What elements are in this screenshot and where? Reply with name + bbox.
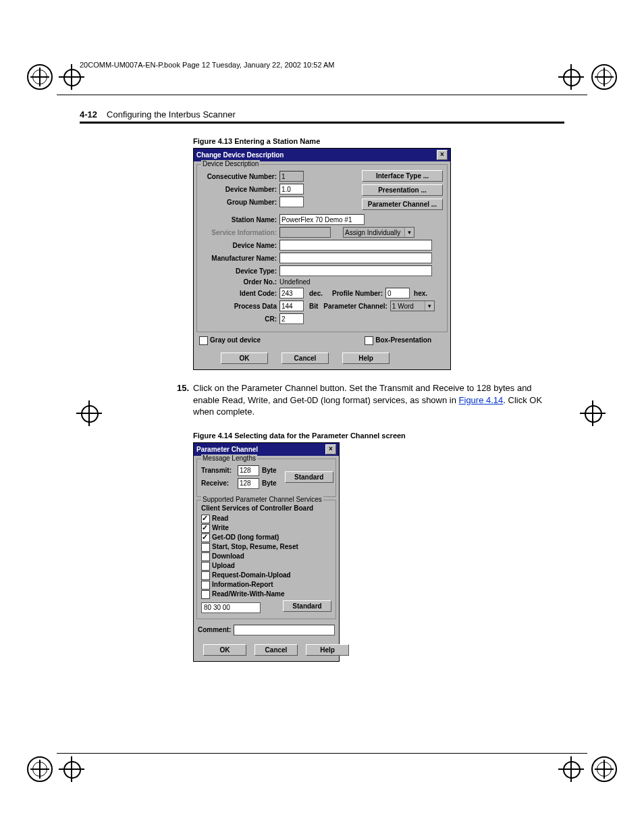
- crop-target-bl: [62, 760, 82, 780]
- station-name-label: Station Name:: [201, 216, 277, 224]
- section-header: 4-12 Configuring the Interbus Scanner: [80, 109, 564, 124]
- ident-unit: dec.: [309, 290, 323, 297]
- crop-circle-bl: [27, 756, 53, 782]
- cr-input[interactable]: 2: [279, 313, 304, 324]
- byte-label: Byte: [262, 479, 277, 487]
- consecutive-input[interactable]: 1: [279, 171, 304, 182]
- service-info-label: Service Information:: [201, 229, 277, 236]
- station-name-input[interactable]: PowerFlex 70 Demo #1: [279, 214, 365, 225]
- service-info-input[interactable]: [279, 227, 331, 238]
- dialog2-title: Parameter Channel: [196, 446, 258, 453]
- parameter-channel-dialog: Parameter Channel × Message Lengths Tran…: [193, 442, 340, 662]
- consecutive-label: Consecutive Number:: [201, 173, 277, 180]
- crop-line-bottom: [57, 753, 587, 754]
- box-presentation-checkbox[interactable]: Box-Presentation: [365, 336, 431, 345]
- dialog-title: Change Device Description: [196, 151, 284, 159]
- manufacturer-name-input[interactable]: [279, 253, 432, 263]
- section-number: 4-12: [80, 109, 97, 120]
- manufacturer-name-label: Manufacturer Name:: [201, 255, 277, 262]
- ok-button[interactable]: OK: [221, 353, 268, 364]
- process-data-unit: Bit: [309, 303, 318, 310]
- help-button[interactable]: Help: [306, 644, 349, 656]
- chevron-down-icon: ▼: [425, 301, 434, 311]
- groupbox-label: Device Description: [201, 160, 260, 167]
- param-channel-label: Parameter Channel:: [323, 303, 387, 310]
- comment-label: Comment:: [198, 626, 231, 633]
- request-domain-upload-checkbox[interactable]: Request-Domain-Upload: [201, 571, 331, 580]
- step-number: 15.: [177, 383, 193, 393]
- crop-circle-tr: [591, 64, 617, 90]
- start-stop-checkbox[interactable]: Start, Stop, Resume, Reset: [201, 543, 331, 552]
- crop-target-mr: [583, 404, 603, 424]
- read-write-with-name-checkbox[interactable]: Read/Write-With-Name: [201, 590, 331, 599]
- client-services-header: Client Services of Controller Board: [201, 504, 331, 512]
- service-info-dropdown[interactable]: Assign Individually▼: [343, 227, 414, 238]
- group-number-input[interactable]: [279, 197, 304, 207]
- param-channel-dropdown[interactable]: 1 Word▼: [390, 301, 435, 311]
- presentation-button[interactable]: Presentation ...: [362, 184, 443, 196]
- crop-target-tr: [562, 68, 582, 88]
- transmit-input[interactable]: 128: [238, 465, 259, 476]
- order-no-label: Order No.:: [201, 278, 277, 286]
- figure-4-14-link[interactable]: Figure 4.14: [459, 395, 504, 405]
- device-description-group: Device Description Consecutive Number:1 …: [196, 164, 448, 332]
- get-od-checkbox[interactable]: Get-OD (long format): [201, 533, 331, 542]
- device-type-label: Device Type:: [201, 267, 277, 275]
- close-icon[interactable]: ×: [325, 444, 336, 454]
- comment-input[interactable]: [234, 625, 335, 635]
- figure-4-13-caption: Figure 4.13 Entering a Station Name: [193, 137, 564, 145]
- message-lengths-group: Message Lengths Transmit:128Byte Receive…: [196, 459, 336, 497]
- process-data-input[interactable]: 144: [279, 301, 304, 311]
- step-15-text: 15.Click on the Parameter Channel button…: [193, 382, 544, 418]
- crop-target-br: [562, 760, 582, 780]
- interface-type-button[interactable]: Interface Type ...: [362, 170, 443, 182]
- close-icon[interactable]: ×: [437, 150, 448, 160]
- ident-code-input[interactable]: 243: [279, 288, 304, 298]
- ident-code-label: Ident Code:: [201, 290, 277, 297]
- device-number-label: Device Number:: [201, 186, 277, 193]
- group-number-label: Group Number:: [201, 199, 277, 206]
- figure-4-14-caption: Figure 4.14 Selecting data for the Param…: [193, 432, 564, 440]
- device-name-label: Device Name:: [201, 242, 277, 249]
- help-button[interactable]: Help: [342, 353, 390, 364]
- cancel-button[interactable]: Cancel: [254, 644, 298, 656]
- order-no-value: Undefined: [279, 278, 311, 286]
- book-header: 20COMM-UM007A-EN-P.book Page 12 Tuesday,…: [80, 61, 564, 69]
- profile-unit: hex.: [414, 290, 427, 297]
- profile-number-label: Profile Number:: [332, 290, 383, 297]
- standard-button-2[interactable]: Standard: [283, 600, 331, 612]
- profile-number-input[interactable]: 0: [385, 288, 410, 298]
- groupbox-label: Supported Parameter Channel Services: [201, 496, 323, 503]
- change-device-description-dialog: Change Device Description × Device Descr…: [193, 148, 451, 370]
- write-checkbox[interactable]: Write: [201, 524, 331, 533]
- standard-button[interactable]: Standard: [285, 471, 333, 483]
- device-number-input[interactable]: 1.0: [279, 184, 304, 194]
- information-report-checkbox[interactable]: Information-Report: [201, 581, 331, 590]
- section-title: Configuring the Interbus Scanner: [107, 109, 236, 120]
- parameter-channel-button[interactable]: Parameter Channel ...: [362, 199, 443, 210]
- upload-checkbox[interactable]: Upload: [201, 562, 331, 571]
- supported-services-group: Supported Parameter Channel Services Cli…: [196, 500, 336, 619]
- cancel-button[interactable]: Cancel: [281, 353, 329, 364]
- download-checkbox[interactable]: Download: [201, 552, 331, 561]
- device-name-input[interactable]: [279, 240, 432, 251]
- cr-label: CR:: [201, 315, 277, 323]
- byte-label: Byte: [262, 467, 277, 474]
- read-checkbox[interactable]: Read: [201, 515, 331, 523]
- service-code-display: 80 30 00: [201, 602, 261, 613]
- chevron-down-icon: ▼: [404, 228, 414, 237]
- receive-label: Receive:: [201, 479, 238, 487]
- crop-circle-br: [591, 756, 617, 782]
- gray-out-checkbox[interactable]: Gray out device: [199, 336, 261, 345]
- crop-circle-tl: [27, 64, 53, 90]
- ok-button[interactable]: OK: [203, 644, 246, 656]
- process-data-label: Process Data: [201, 303, 277, 310]
- device-type-input[interactable]: [279, 265, 432, 276]
- transmit-label: Transmit:: [201, 467, 238, 474]
- groupbox-label: Message Lengths: [201, 454, 257, 462]
- receive-input[interactable]: 128: [238, 478, 259, 489]
